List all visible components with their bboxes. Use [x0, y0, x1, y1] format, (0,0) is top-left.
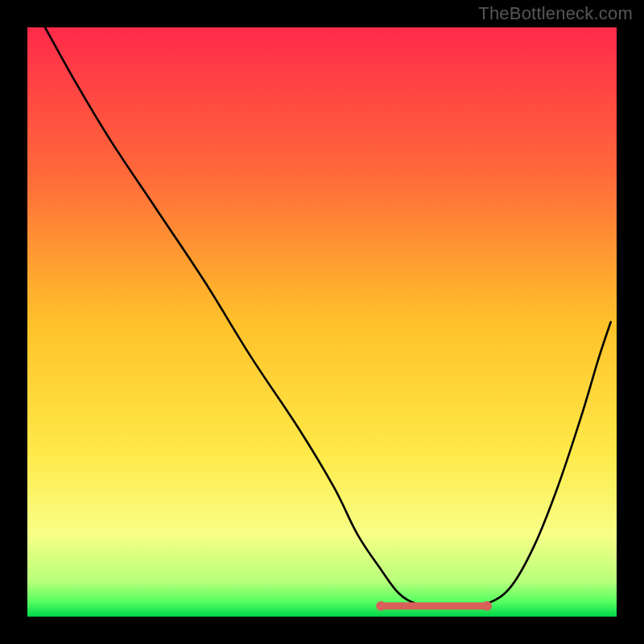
gradient-background	[27, 27, 617, 617]
svg-point-2	[482, 601, 492, 611]
watermark-text: TheBottleneck.com	[478, 3, 633, 24]
chart-frame: { "watermark": "TheBottleneck.com", "cha…	[0, 0, 644, 644]
bottleneck-chart	[0, 0, 644, 644]
flat-minimum-marker	[376, 601, 492, 611]
svg-point-1	[376, 601, 386, 611]
